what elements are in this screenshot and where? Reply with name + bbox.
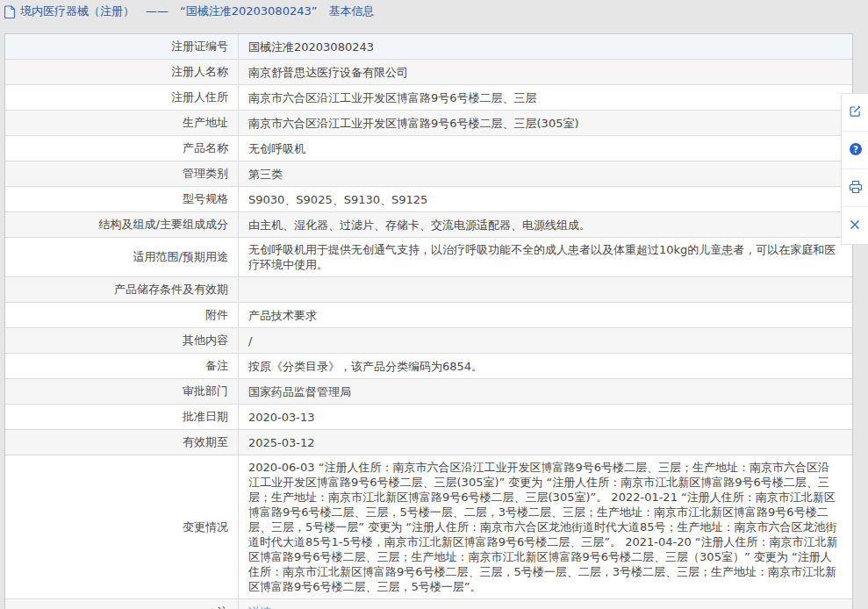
row-label: 生产地址 [5,111,239,135]
row-value: 南京舒普思达医疗设备有限公司 [239,60,852,84]
row-label: 型号规格 [5,187,239,211]
row-label: 适用范围/预期用途 [5,238,239,276]
svg-text:?: ? [853,144,858,154]
row-label: 注册证编号 [5,34,239,59]
row-value: 无创呼吸机用于提供无创通气支持，以治疗呼吸功能不全的成人患者以及体重超过10kg… [239,238,852,276]
row-value: 由主机、湿化器、过滤片、存储卡、交流电源适配器、电源线组成。 [239,212,852,237]
table-row: 其他内容/ [5,328,852,354]
close-button[interactable]: 关闭 [842,207,868,244]
table-row: 产品名称无创呼吸机 [5,136,852,161]
table-row: 批准日期2020-03-13 [5,405,852,430]
table-row: 生产地址南京市六合区沿江工业开发区博富路9号6号楼二层、三层(305室) [5,111,852,136]
table-row: 注册人名称南京舒普思达医疗设备有限公司 [5,60,852,85]
page-title: 境内医疗器械（注册） —— “国械注准20203080243” 基本信息 [20,4,374,19]
row-value: 南京市六合区沿江工业开发区博富路9号6号楼二层、三层 [239,85,852,110]
row-value: 详情 [239,599,852,609]
row-label: ●注 [5,599,239,609]
table-row: 有效期至2025-03-12 [5,430,852,455]
row-value [239,277,852,302]
row-label: 批准日期 [5,405,239,429]
help-icon: ? [849,142,863,159]
row-value: 2020-03-13 [239,405,852,429]
table-row: 结构及组成/主要组成成分由主机、湿化器、过滤片、存储卡、交流电源适配器、电源线组… [5,212,852,238]
row-value: 第三类 [239,161,852,186]
info-table: 注册证编号国械注准20203080243注册人名称南京舒普思达医疗设备有限公司注… [4,33,853,609]
table-row: 管理类别第三类 [5,161,852,187]
row-value: 国械注准20203080243 [239,34,852,59]
row-value: 南京市六合区沿江工业开发区博富路9号6号楼二层、三层(305室) [239,111,852,135]
table-row: ●注详情 [5,599,852,609]
row-label: 其他内容 [5,328,239,353]
table-row: 型号规格S9030、S9025、S9130、S9125 [5,187,852,212]
row-label: 变更情况 [5,455,239,598]
table-row: 附件产品技术要求 [5,303,852,328]
page-header: 境内医疗器械（注册） —— “国械注准20203080243” 基本信息 [0,0,868,23]
table-row: 备注按原《分类目录》，该产品分类编码为6854。 [5,354,852,379]
edit-icon [849,104,862,120]
table-row: 产品储存条件及有效期 [5,277,852,303]
row-value: 国家药品监督管理局 [239,379,852,404]
row-label: 产品储存条件及有效期 [5,277,239,302]
row-value: 2020-06-03 “注册人住所：南京市六合区沿江工业开发区博富路9号6号楼二… [239,455,852,598]
row-label: 审批部门 [5,379,239,404]
table-row: 变更情况2020-06-03 “注册人住所：南京市六合区沿江工业开发区博富路9号… [5,455,852,599]
row-value: 无创呼吸机 [239,136,852,161]
row-value: 产品技术要求 [239,303,852,327]
row-label: 有效期至 [5,430,239,455]
row-label: 注册人住所 [5,85,239,110]
row-label: 管理类别 [5,161,239,186]
row-label: 注册人名称 [5,60,239,84]
row-value: 按原《分类目录》，该产品分类编码为6854。 [239,354,852,378]
row-label: 备注 [5,354,239,378]
help-button[interactable]: ? 帮助 [842,132,868,169]
detail-link[interactable]: 详情 [248,605,271,609]
table-row: 注册人住所南京市六合区沿江工业开发区博富路9号6号楼二层、三层 [5,85,852,111]
row-label: 产品名称 [5,136,239,161]
floating-toolbar: 纠错 ? 帮助 打印 关闭 [841,93,868,245]
table-row: 审批部门国家药品监督管理局 [5,379,852,405]
print-button[interactable]: 打印 [842,169,868,207]
row-label: 附件 [5,303,239,327]
row-value: / [239,328,852,353]
printer-icon [849,180,863,197]
table-row: 适用范围/预期用途无创呼吸机用于提供无创通气支持，以治疗呼吸功能不全的成人患者以… [5,238,852,277]
row-value: 2025-03-12 [239,430,852,455]
close-icon [849,219,861,233]
table-row: 注册证编号国械注准20203080243 [5,34,852,60]
row-value: S9030、S9025、S9130、S9125 [239,187,852,211]
row-label: 结构及组成/主要组成成分 [5,212,239,237]
document-icon [4,5,16,18]
correction-button[interactable]: 纠错 [842,94,868,132]
